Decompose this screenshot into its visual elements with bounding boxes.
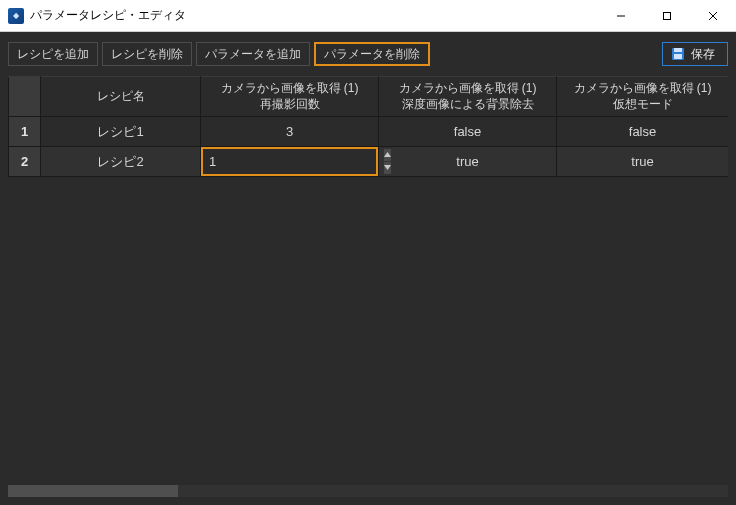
col-header-virtual[interactable]: カメラから画像を取得 (1) 仮想モード — [557, 77, 729, 117]
delete-recipe-button[interactable]: レシピを削除 — [102, 42, 192, 66]
row-index: 1 — [9, 117, 41, 147]
titlebar: ◆ パラメータレシピ・エディタ — [0, 0, 736, 32]
recipe-table: レシピ名 カメラから画像を取得 (1) 再撮影回数 カメラから画像を取得 (1)… — [8, 76, 728, 177]
delete-parameter-button[interactable]: パラメータを削除 — [314, 42, 430, 66]
spin-up-button[interactable] — [383, 149, 391, 162]
svg-rect-0 — [664, 12, 671, 19]
close-button[interactable] — [690, 0, 736, 31]
toolbar: レシピを追加 レシピを削除 パラメータを追加 パラメータを削除 保存 — [0, 38, 736, 70]
spin-down-button[interactable] — [383, 162, 391, 175]
app-icon: ◆ — [8, 8, 24, 24]
table-area: レシピ名 カメラから画像を取得 (1) 再撮影回数 カメラから画像を取得 (1)… — [8, 76, 728, 486]
save-icon — [671, 47, 685, 61]
add-parameter-button[interactable]: パラメータを追加 — [196, 42, 310, 66]
reshoot-input[interactable] — [203, 149, 383, 174]
scroll-thumb[interactable] — [8, 485, 178, 497]
table-row[interactable]: 1 レシピ1 3 false false — [9, 117, 729, 147]
cell-bg[interactable]: true — [379, 147, 557, 177]
cell-bg[interactable]: false — [379, 117, 557, 147]
save-button[interactable]: 保存 — [662, 42, 728, 66]
maximize-button[interactable] — [644, 0, 690, 31]
cell-virtual[interactable]: false — [557, 117, 729, 147]
spin-editor — [201, 147, 378, 176]
minimize-button[interactable] — [598, 0, 644, 31]
row-index: 2 — [9, 147, 41, 177]
cell-name[interactable]: レシピ1 — [41, 117, 201, 147]
col-header-bg[interactable]: カメラから画像を取得 (1) 深度画像による背景除去 — [379, 77, 557, 117]
col-header-reshoot[interactable]: カメラから画像を取得 (1) 再撮影回数 — [201, 77, 379, 117]
table-row[interactable]: 2 レシピ2 true — [9, 147, 729, 177]
table-corner — [9, 77, 41, 117]
window-title: パラメータレシピ・エディタ — [30, 7, 186, 24]
cell-name[interactable]: レシピ2 — [41, 147, 201, 177]
cell-reshoot-editing[interactable] — [201, 147, 379, 177]
cell-virtual[interactable]: true — [557, 147, 729, 177]
svg-rect-3 — [674, 54, 682, 59]
save-label: 保存 — [691, 46, 715, 63]
svg-rect-2 — [674, 48, 682, 52]
cell-reshoot[interactable]: 3 — [201, 117, 379, 147]
col-header-name[interactable]: レシピ名 — [41, 77, 201, 117]
horizontal-scrollbar[interactable] — [8, 485, 728, 497]
add-recipe-button[interactable]: レシピを追加 — [8, 42, 98, 66]
